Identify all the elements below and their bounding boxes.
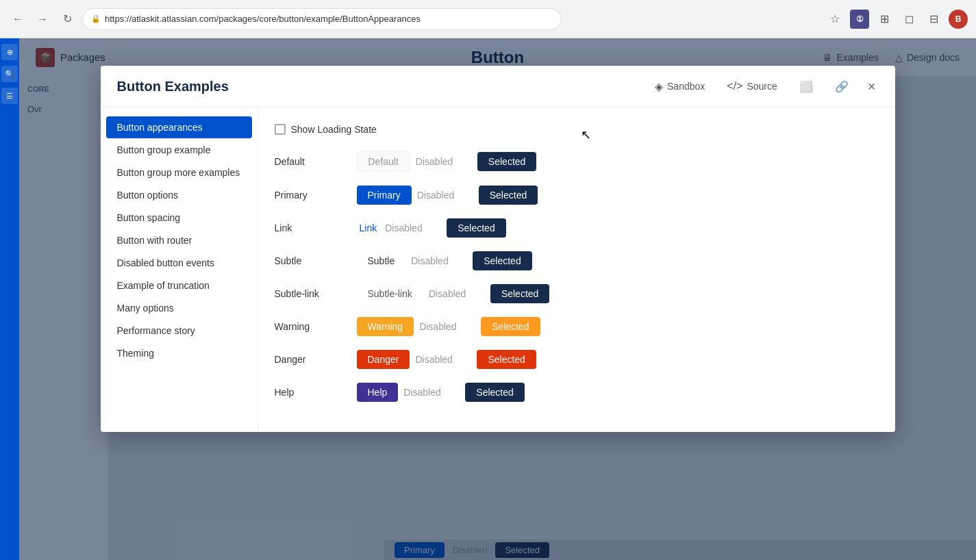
nav-item-button-appearances[interactable]: Button appearances	[106, 116, 252, 138]
source-button[interactable]: </> Source	[721, 77, 783, 95]
nav-item-button-spacing[interactable]: Button spacing	[106, 207, 252, 229]
nav-item-performance[interactable]: Performance story	[106, 320, 252, 342]
sandbox-label: Sandbox	[667, 81, 705, 92]
lock-icon: 🔒	[91, 14, 101, 23]
back-button[interactable]: ←	[8, 10, 27, 29]
modal-header-actions: ◈ Sandbox </> Source ⬜ 🔗 ×	[649, 77, 878, 96]
button-row-help: Help Help Disabled Selected	[275, 383, 879, 402]
ext2-button[interactable]: ⊞	[875, 10, 894, 29]
address-bar[interactable]: 🔒 https://atlaskit.atlassian.com/package…	[82, 8, 562, 30]
row-disabled-link: Disabled	[385, 222, 447, 233]
modal-overlay: Button Examples ◈ Sandbox </> Source ⬜	[19, 38, 976, 560]
code-icon: </>	[727, 80, 742, 92]
nav-item-button-group-example[interactable]: Button group example	[106, 139, 252, 161]
row-label-subtle: Subtle	[275, 255, 357, 266]
show-loading-label: Show Loading State	[291, 124, 377, 135]
ext3-button[interactable]: ◻	[899, 10, 918, 29]
source-label: Source	[747, 81, 777, 92]
modal-nav: Button appearances Button group example …	[101, 107, 258, 432]
ext1-icon[interactable]: ①	[850, 10, 869, 29]
fullscreen-button[interactable]: ⬜	[794, 77, 818, 96]
modal-content: Show Loading State Default Default Disab…	[258, 107, 895, 432]
row-disabled-subtle: Disabled	[411, 255, 473, 266]
button-row-link: Link Link Disabled Selected	[275, 218, 879, 238]
close-button[interactable]: ×	[865, 77, 879, 96]
danger-selected-btn[interactable]: Selected	[477, 350, 536, 369]
modal-header: Button Examples ◈ Sandbox </> Source ⬜	[101, 66, 895, 107]
row-label-link: Link	[275, 222, 357, 233]
row-disabled-primary: Disabled	[417, 190, 479, 201]
left-sidebar: ⊕ 🔍 ☰	[0, 38, 19, 560]
button-row-subtle-link: Subtle-link Subtle-link Disabled Selecte…	[275, 284, 879, 303]
link-button[interactable]: 🔗	[829, 77, 854, 96]
row-label-danger: Danger	[275, 354, 357, 365]
row-disabled-warning: Disabled	[419, 321, 481, 332]
subtle-link-selected-btn[interactable]: Selected	[490, 284, 549, 303]
forward-button[interactable]: →	[33, 10, 52, 29]
nav-item-many-options[interactable]: Many options	[106, 297, 252, 319]
browser-actions: ☆ ① ⊞ ◻ ⊟ B	[825, 10, 968, 29]
link-selected-btn[interactable]: Selected	[447, 218, 505, 238]
row-disabled-default: Disabled	[416, 156, 477, 167]
modal-body: Button appearances Button group example …	[101, 107, 895, 432]
search-icon[interactable]: 🔍	[1, 66, 18, 82]
help-selected-btn[interactable]: Selected	[465, 383, 524, 402]
default-selected-btn[interactable]: Selected	[477, 152, 536, 171]
address-url: https://atlaskit.atlassian.com/packages/…	[105, 14, 553, 24]
warning-btn[interactable]: Warning	[357, 317, 414, 336]
show-loading-checkbox[interactable]	[275, 124, 286, 135]
warning-selected-btn[interactable]: Selected	[481, 317, 540, 336]
modal: Button Examples ◈ Sandbox </> Source ⬜	[101, 66, 895, 432]
help-btn[interactable]: Help	[357, 383, 399, 402]
nav-item-theming[interactable]: Theming	[106, 342, 252, 364]
button-row-subtle: Subtle Subtle Disabled Selected	[275, 251, 879, 270]
subtle-btn[interactable]: Subtle	[357, 251, 406, 270]
home-icon[interactable]: ⊕	[1, 44, 18, 60]
button-row-default: Default Default Disabled Selected	[275, 151, 879, 172]
button-row-primary: Primary Primary Disabled Selected	[275, 186, 879, 205]
button-row-warning: Warning Warning Disabled Selected	[275, 317, 879, 336]
default-btn[interactable]: Default	[357, 151, 410, 172]
fullscreen-icon: ⬜	[799, 80, 813, 93]
row-disabled-subtle-link: Disabled	[429, 288, 490, 299]
nav-item-button-options[interactable]: Button options	[106, 184, 252, 206]
user-avatar[interactable]: B	[949, 10, 968, 29]
browser-chrome: ← → ↻ 🔒 https://atlaskit.atlassian.com/p…	[0, 0, 976, 38]
bookmark-button[interactable]: ☆	[825, 10, 844, 29]
row-disabled-help: Disabled	[403, 387, 465, 398]
primary-selected-btn[interactable]: Selected	[479, 186, 538, 205]
app-container: ⊕ 🔍 ☰ 📦 Packages Button 🖥 Examples △ Des…	[0, 38, 976, 560]
link-btn[interactable]: Link	[357, 218, 380, 238]
nav-item-button-router[interactable]: Button with router	[106, 229, 252, 251]
nav-item-truncation[interactable]: Example of truncation	[106, 275, 252, 296]
reload-button[interactable]: ↻	[58, 10, 77, 29]
menu-icon[interactable]: ☰	[1, 88, 18, 104]
row-label-default: Default	[275, 156, 357, 167]
sandbox-icon: ◈	[655, 80, 663, 93]
button-row-danger: Danger Danger Disabled Selected	[275, 350, 879, 369]
nav-item-disabled-events[interactable]: Disabled button events	[106, 252, 252, 274]
row-label-subtle-link: Subtle-link	[275, 288, 357, 299]
row-label-help: Help	[275, 387, 357, 398]
row-disabled-danger: Disabled	[415, 354, 477, 365]
primary-btn[interactable]: Primary	[357, 186, 412, 205]
main-area: 📦 Packages Button 🖥 Examples △ Design do…	[19, 38, 976, 560]
show-loading-row: Show Loading State	[275, 124, 879, 135]
link-icon: 🔗	[835, 80, 849, 93]
sandbox-button[interactable]: ◈ Sandbox	[649, 77, 710, 96]
nav-item-button-group-more[interactable]: Button group more examples	[106, 162, 252, 183]
ext4-button[interactable]: ⊟	[924, 10, 943, 29]
danger-btn[interactable]: Danger	[357, 350, 410, 369]
subtle-link-btn[interactable]: Subtle-link	[357, 284, 423, 303]
subtle-selected-btn[interactable]: Selected	[473, 251, 531, 270]
row-label-warning: Warning	[275, 321, 357, 332]
row-label-primary: Primary	[275, 190, 357, 201]
modal-title: Button Examples	[117, 79, 639, 94]
